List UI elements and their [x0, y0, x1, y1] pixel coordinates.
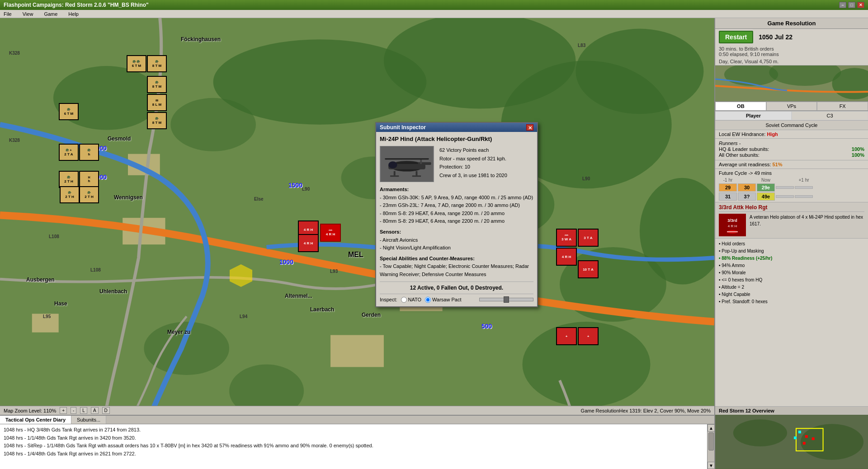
svg-point-4: [576, 29, 703, 114]
armaments-label: Armaments:: [380, 187, 409, 192]
sensor2: - Night Vision/Light Amplification: [380, 244, 533, 252]
inspector-stats: 62 Victory Points each Rotor - max speed…: [439, 146, 507, 182]
arm3: - 80mm S-8: 29 HEAT, 6 Area, range 2200 …: [380, 210, 533, 218]
unit-nato-10[interactable]: H h: [79, 171, 99, 188]
bullet-ammo: 94% Ammo: [719, 262, 864, 269]
unit-nato-8[interactable]: 🪖 h: [79, 144, 99, 161]
unit-soviet-7[interactable]: 10 T A: [578, 260, 599, 278]
scroll-thumb[interactable]: [708, 432, 714, 450]
avg-value: 51%: [772, 162, 782, 167]
unit-soviet-4[interactable]: *** 3 W A: [556, 229, 577, 247]
svg-rect-50: [794, 436, 797, 439]
tab-subunits[interactable]: Subunits...: [71, 416, 106, 424]
cycle-header-now: Now: [757, 178, 775, 183]
inspector-close-button[interactable]: ✕: [526, 124, 533, 131]
map-background: [0, 18, 714, 465]
status-center: Game Resolution: [581, 408, 619, 413]
avg-readiness: Average unit readiness: 51%: [715, 160, 868, 169]
bullet-morale: 90% Morale: [719, 269, 864, 277]
restart-row: Restart 1050 Jul 22: [715, 29, 868, 45]
inspector-protection: Protection: 10: [439, 163, 507, 171]
player-c3-row: Player C3: [715, 111, 868, 121]
unit-nato-4[interactable]: ✉ 8 L M: [147, 94, 167, 111]
zoom-a-btn[interactable]: A: [91, 407, 99, 414]
restart-button[interactable]: Restart: [719, 31, 753, 43]
tab-vps[interactable]: VPs: [766, 102, 817, 111]
unit-nato-6[interactable]: 🪖 6 T M: [59, 103, 79, 120]
inspect-nato-option[interactable]: NATO: [401, 297, 422, 303]
unit-soviet-5[interactable]: 3 T A: [578, 229, 599, 247]
cycle-cell-empty2: [795, 186, 813, 189]
date-display: 1050 Jul 22: [759, 33, 793, 41]
bullet-hq-dist: <= 0 hexes from HQ: [719, 277, 864, 284]
cycle-cell-49e: 49e: [757, 192, 775, 201]
hq-readiness-value: 100%: [852, 146, 864, 152]
inspector-rotor: Rotor - max speed of 321 kph.: [439, 155, 507, 163]
svg-point-29: [388, 161, 397, 169]
tab-fx[interactable]: FX: [817, 102, 868, 111]
unit-soviet-9[interactable]: +: [556, 327, 577, 345]
unit-nato-3[interactable]: 🪖 8 T M: [147, 76, 167, 93]
time-info: 30 mins. to British orders 0:50 elapsed,…: [715, 45, 868, 58]
diary-scrollbar[interactable]: ▲ ▼: [707, 424, 714, 469]
unit-nato-5[interactable]: 🪖 8 T M: [147, 112, 167, 129]
hex-l93: L93: [330, 269, 338, 274]
menu-help[interactable]: Help: [66, 11, 80, 17]
hex-l90-2: L90: [302, 187, 310, 192]
inspect-warsaw-radio[interactable]: [425, 297, 431, 303]
runners-section: Runners - HQ & Leader subunits: 100% All…: [715, 139, 868, 160]
future-cycle: Future Cycle -> 49 mins -1 hr Now +1 hr …: [715, 169, 868, 202]
ew-hindrance-row: Local EW Hindrance: High: [715, 130, 868, 139]
hex-l95: L95: [43, 314, 51, 319]
tab-ob[interactable]: OB: [715, 102, 766, 111]
diary-line-3: 1048 hrs - SitRep - 1/1/48th Gds Tank Rg…: [4, 442, 711, 450]
titlebar-controls: – □ ✕: [839, 2, 864, 8]
overview-map[interactable]: [715, 415, 868, 469]
svg-text:3/3rd: 3/3rd: [727, 218, 737, 223]
tab-c3[interactable]: C3: [792, 111, 868, 120]
close-button[interactable]: ✕: [857, 2, 864, 8]
map-area[interactable]: Föckinghausen Gesmold Wennigsen Ausberge…: [0, 18, 714, 469]
weather-info: Day, Clear, Visual 4,750 m.: [715, 58, 868, 66]
unit-nato-7[interactable]: 🪖+ 2 T A: [59, 144, 79, 161]
zoom-minus-btn[interactable]: -: [71, 407, 76, 414]
inspector-armaments: Armaments: - 30mm GSh-30K: 5 AP, 9 Area,…: [380, 186, 533, 225]
unit-nato-2[interactable]: 🪖 8 T M: [147, 55, 167, 72]
unit-soviet-10[interactable]: +: [578, 327, 599, 345]
minimize-button[interactable]: –: [839, 2, 846, 8]
unit-nato-12[interactable]: 🪖 2 T H: [79, 186, 99, 203]
hex-l108-top: L108: [49, 234, 59, 239]
unit-soviet-3[interactable]: *** 4 R H: [320, 224, 341, 242]
bullet-hold: Hold orders: [719, 240, 864, 248]
unit-soviet-2[interactable]: 4 R H: [298, 234, 319, 252]
zoom-plus-btn[interactable]: +: [60, 407, 67, 414]
svg-rect-25: [394, 171, 396, 176]
hex-k328-top: K328: [9, 51, 20, 56]
inspector-unit-name: Mi-24P Hind (Attack Helicopter-Gun/Rkt): [380, 136, 533, 142]
menu-game[interactable]: Game: [42, 11, 59, 17]
svg-point-5: [53, 66, 160, 130]
unit-stats: A veteran Helo platoon of 4 x Mi-24P Hin…: [750, 214, 864, 236]
unit-nato-11[interactable]: 🪖 2 T H: [60, 186, 80, 203]
menu-view[interactable]: View: [21, 11, 35, 17]
tab-diary[interactable]: Tactical Ops Center Diary: [0, 416, 71, 424]
menu-file[interactable]: File: [2, 11, 14, 17]
unit-info: 3/3rd Attk Helo Rgt 3/3rd 4 R H A vetera…: [715, 202, 868, 239]
tab-player[interactable]: Player: [715, 111, 792, 120]
zoom-d-btn[interactable]: D: [102, 407, 110, 414]
unit-icon-area: 3/3rd 4 R H: [719, 214, 746, 236]
hex-l90: L90: [582, 176, 590, 181]
bottom-tabs: Tactical Ops Center Diary Subunits...: [0, 416, 714, 424]
maximize-button[interactable]: □: [848, 2, 855, 8]
zoom-l-btn[interactable]: L: [80, 407, 87, 414]
special-text: - Tow Capable; Night Capable; Electronic…: [380, 263, 533, 278]
unit-nato-1[interactable]: 🪖🪖 6 T M: [127, 55, 146, 72]
scroll-up-btn[interactable]: ▲: [708, 424, 715, 431]
scroll-down-btn[interactable]: ▼: [708, 462, 715, 469]
unit-soviet-6[interactable]: 4 R H: [556, 248, 577, 266]
arm2: - 23mm GSh-23L: 7 Area, 7 AD, range 2000…: [380, 202, 533, 210]
inspect-warsaw-option[interactable]: Warsaw Pact: [425, 297, 461, 303]
inspect-nato-radio[interactable]: [401, 297, 407, 303]
unit-nato-9[interactable]: 🪖 2 T H: [59, 171, 79, 188]
titlebar-title: Flashpoint Campaigns: Red Storm 2.0.6 "H…: [4, 2, 149, 8]
